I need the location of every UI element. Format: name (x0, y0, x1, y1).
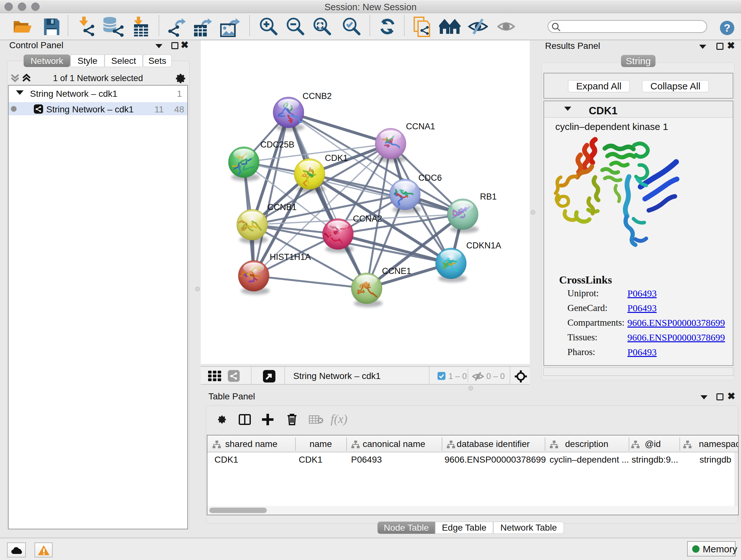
svg-text:CCNB1: CCNB1 (267, 202, 297, 212)
svg-text:RB1: RB1 (480, 192, 497, 201)
svg-text:CDKN1A: CDKN1A (466, 241, 501, 250)
svg-text:CCNA2: CCNA2 (353, 214, 382, 224)
svg-text:CDC6: CDC6 (418, 173, 442, 183)
svg-text:CDK1: CDK1 (325, 153, 348, 163)
svg-text:CCNA1: CCNA1 (406, 122, 435, 131)
svg-text:CCNE1: CCNE1 (382, 266, 411, 276)
svg-text:CDC25B: CDC25B (260, 140, 294, 149)
svg-text:HIST1H1A: HIST1H1A (270, 252, 311, 262)
svg-text:CCNB2: CCNB2 (302, 91, 332, 101)
